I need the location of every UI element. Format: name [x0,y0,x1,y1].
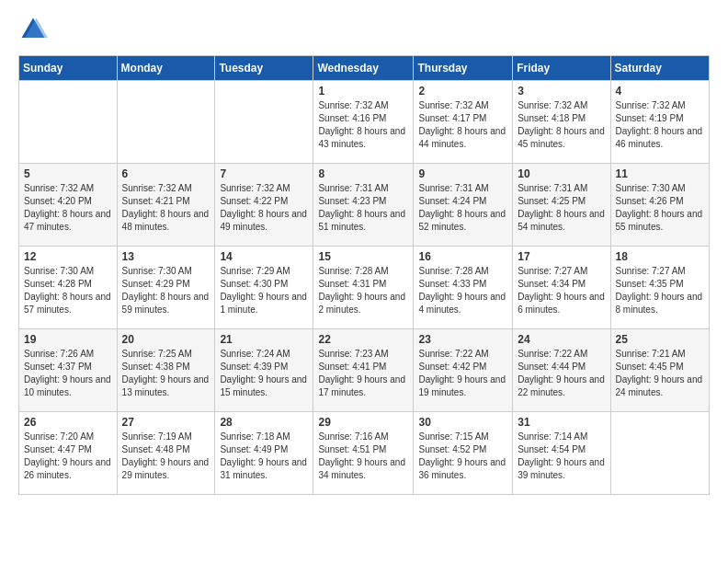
calendar-day-cell: 2Sunrise: 7:32 AMSunset: 4:17 PMDaylight… [414,81,513,164]
day-number: 11 [616,167,704,180]
calendar-day-cell: 6Sunrise: 7:32 AMSunset: 4:21 PMDaylight… [117,164,215,247]
calendar-day-cell: 17Sunrise: 7:27 AMSunset: 4:34 PMDayligh… [513,247,610,329]
weekday-header-wednesday: Wednesday [313,56,414,81]
calendar-day-cell: 14Sunrise: 7:29 AMSunset: 4:30 PMDayligh… [215,247,313,329]
day-number: 29 [318,416,408,429]
day-info: Sunrise: 7:32 AMSunset: 4:16 PMDaylight:… [318,100,405,149]
day-info: Sunrise: 7:32 AMSunset: 4:22 PMDaylight:… [220,183,307,232]
day-info: Sunrise: 7:19 AMSunset: 4:48 PMDaylight:… [122,431,210,480]
page: SundayMondayTuesdayWednesdayThursdayFrid… [0,0,728,510]
calendar-day-cell: 27Sunrise: 7:19 AMSunset: 4:48 PMDayligh… [117,412,215,495]
day-info: Sunrise: 7:18 AMSunset: 4:49 PMDaylight:… [220,431,307,480]
day-info: Sunrise: 7:24 AMSunset: 4:39 PMDaylight:… [220,349,307,397]
day-info: Sunrise: 7:14 AMSunset: 4:54 PMDaylight:… [518,431,605,480]
calendar-day-cell: 13Sunrise: 7:30 AMSunset: 4:29 PMDayligh… [117,247,215,329]
header [18,15,710,44]
day-number: 16 [418,250,507,263]
day-info: Sunrise: 7:31 AMSunset: 4:23 PMDaylight:… [318,183,405,232]
calendar-empty-cell [215,81,313,164]
day-number: 10 [518,167,605,180]
weekday-header-monday: Monday [117,56,215,81]
day-number: 1 [318,85,408,98]
weekday-header-sunday: Sunday [19,56,118,81]
calendar-week-row: 19Sunrise: 7:26 AMSunset: 4:37 PMDayligh… [19,329,710,412]
day-number: 31 [518,416,605,429]
day-info: Sunrise: 7:30 AMSunset: 4:28 PMDaylight:… [24,266,111,315]
calendar-empty-cell [610,412,709,495]
day-info: Sunrise: 7:23 AMSunset: 4:41 PMDaylight:… [318,349,405,397]
day-number: 17 [518,250,605,263]
day-info: Sunrise: 7:30 AMSunset: 4:26 PMDaylight:… [616,183,703,232]
calendar-week-row: 26Sunrise: 7:20 AMSunset: 4:47 PMDayligh… [19,412,710,495]
calendar-day-cell: 28Sunrise: 7:18 AMSunset: 4:49 PMDayligh… [215,412,313,495]
day-info: Sunrise: 7:32 AMSunset: 4:20 PMDaylight:… [24,183,111,232]
calendar-day-cell: 5Sunrise: 7:32 AMSunset: 4:20 PMDaylight… [19,164,118,247]
day-number: 2 [418,85,507,98]
weekday-header-row: SundayMondayTuesdayWednesdayThursdayFrid… [19,56,710,81]
day-info: Sunrise: 7:20 AMSunset: 4:47 PMDaylight:… [24,431,111,480]
day-info: Sunrise: 7:22 AMSunset: 4:42 PMDaylight:… [418,349,506,397]
day-number: 5 [24,167,112,180]
calendar-empty-cell [117,81,215,164]
day-number: 28 [220,416,308,429]
day-number: 26 [24,416,112,429]
logo [18,15,51,44]
calendar-day-cell: 19Sunrise: 7:26 AMSunset: 4:37 PMDayligh… [19,329,118,412]
day-info: Sunrise: 7:32 AMSunset: 4:19 PMDaylight:… [616,100,703,149]
day-info: Sunrise: 7:27 AMSunset: 4:34 PMDaylight:… [518,266,605,315]
day-info: Sunrise: 7:31 AMSunset: 4:25 PMDaylight:… [518,183,605,232]
day-info: Sunrise: 7:31 AMSunset: 4:24 PMDaylight:… [418,183,506,232]
calendar-day-cell: 15Sunrise: 7:28 AMSunset: 4:31 PMDayligh… [313,247,414,329]
day-number: 21 [220,333,308,346]
calendar-week-row: 12Sunrise: 7:30 AMSunset: 4:28 PMDayligh… [19,247,710,329]
calendar-week-row: 1Sunrise: 7:32 AMSunset: 4:16 PMDaylight… [19,81,710,164]
day-info: Sunrise: 7:30 AMSunset: 4:29 PMDaylight:… [122,266,210,315]
calendar-day-cell: 24Sunrise: 7:22 AMSunset: 4:44 PMDayligh… [513,329,610,412]
day-info: Sunrise: 7:26 AMSunset: 4:37 PMDaylight:… [24,349,111,397]
day-number: 6 [122,167,210,180]
day-info: Sunrise: 7:21 AMSunset: 4:45 PMDaylight:… [616,349,703,397]
calendar-day-cell: 3Sunrise: 7:32 AMSunset: 4:18 PMDaylight… [513,81,610,164]
day-number: 30 [418,416,507,429]
day-info: Sunrise: 7:25 AMSunset: 4:38 PMDaylight:… [122,349,210,397]
calendar-day-cell: 9Sunrise: 7:31 AMSunset: 4:24 PMDaylight… [414,164,513,247]
day-number: 22 [318,333,408,346]
calendar-day-cell: 8Sunrise: 7:31 AMSunset: 4:23 PMDaylight… [313,164,414,247]
calendar-day-cell: 10Sunrise: 7:31 AMSunset: 4:25 PMDayligh… [513,164,610,247]
day-number: 25 [616,333,704,346]
day-number: 15 [318,250,408,263]
calendar-day-cell: 16Sunrise: 7:28 AMSunset: 4:33 PMDayligh… [414,247,513,329]
calendar-day-cell: 25Sunrise: 7:21 AMSunset: 4:45 PMDayligh… [610,329,709,412]
weekday-header-tuesday: Tuesday [215,56,313,81]
day-info: Sunrise: 7:27 AMSunset: 4:35 PMDaylight:… [616,266,703,315]
calendar-table: SundayMondayTuesdayWednesdayThursdayFrid… [18,55,710,495]
day-info: Sunrise: 7:28 AMSunset: 4:31 PMDaylight:… [318,266,405,315]
weekday-header-saturday: Saturday [610,56,709,81]
calendar-day-cell: 20Sunrise: 7:25 AMSunset: 4:38 PMDayligh… [117,329,215,412]
day-number: 3 [518,85,605,98]
day-info: Sunrise: 7:28 AMSunset: 4:33 PMDaylight:… [418,266,506,315]
day-number: 19 [24,333,112,346]
calendar-day-cell: 23Sunrise: 7:22 AMSunset: 4:42 PMDayligh… [414,329,513,412]
logo-icon [18,15,48,44]
day-info: Sunrise: 7:16 AMSunset: 4:51 PMDaylight:… [318,431,405,480]
day-number: 7 [220,167,308,180]
weekday-header-thursday: Thursday [414,56,513,81]
day-info: Sunrise: 7:32 AMSunset: 4:21 PMDaylight:… [122,183,210,232]
calendar-day-cell: 29Sunrise: 7:16 AMSunset: 4:51 PMDayligh… [313,412,414,495]
day-info: Sunrise: 7:29 AMSunset: 4:30 PMDaylight:… [220,266,307,315]
calendar-day-cell: 30Sunrise: 7:15 AMSunset: 4:52 PMDayligh… [414,412,513,495]
day-number: 4 [616,85,704,98]
day-info: Sunrise: 7:32 AMSunset: 4:18 PMDaylight:… [518,100,605,149]
calendar-day-cell: 21Sunrise: 7:24 AMSunset: 4:39 PMDayligh… [215,329,313,412]
calendar-empty-cell [19,81,118,164]
calendar-day-cell: 1Sunrise: 7:32 AMSunset: 4:16 PMDaylight… [313,81,414,164]
day-info: Sunrise: 7:22 AMSunset: 4:44 PMDaylight:… [518,349,605,397]
calendar-day-cell: 11Sunrise: 7:30 AMSunset: 4:26 PMDayligh… [610,164,709,247]
weekday-header-friday: Friday [513,56,610,81]
calendar-day-cell: 22Sunrise: 7:23 AMSunset: 4:41 PMDayligh… [313,329,414,412]
day-number: 18 [616,250,704,263]
day-number: 23 [418,333,507,346]
calendar-day-cell: 18Sunrise: 7:27 AMSunset: 4:35 PMDayligh… [610,247,709,329]
day-number: 14 [220,250,308,263]
